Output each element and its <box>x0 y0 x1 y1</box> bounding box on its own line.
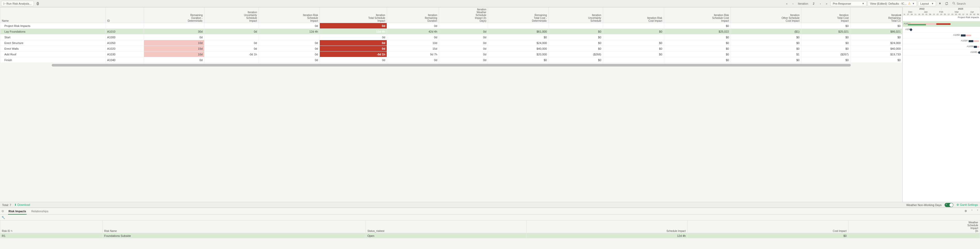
chevron-up-icon[interactable]: ˄ <box>971 209 973 213</box>
gantt-day-label: 26 <box>969 13 972 15</box>
gantt-bar[interactable] <box>961 34 966 37</box>
column-header[interactable]: Name <box>0 8 106 23</box>
response-dropdown[interactable]: Pre-Response ▼ <box>830 1 867 6</box>
column-header[interactable]: IterationRemainingDuration <box>387 8 439 23</box>
detail-column-header[interactable]: WeatherScheduleImpact(In <box>848 220 980 233</box>
column-header[interactable]: RemainingTotal Cost -Deterministic <box>488 8 549 23</box>
tab-relationships[interactable]: Relationships <box>31 208 49 214</box>
column-header[interactable]: IterationWeatherScheduleImpact (InDays) <box>439 8 488 23</box>
data-cell: 0d <box>320 57 387 63</box>
weather-toggle[interactable] <box>945 203 953 207</box>
data-cell <box>204 34 259 40</box>
search-input[interactable] <box>957 2 977 5</box>
next-page-icon[interactable]: › <box>818 1 823 6</box>
data-cell: 0d <box>320 40 387 46</box>
gantt-chart[interactable]: 20222023 DecJanFebMarApr N27041118250108… <box>902 7 980 202</box>
gantt-bar[interactable] <box>908 24 926 26</box>
horizontal-scrollbar[interactable] <box>52 64 851 67</box>
detail-column-header[interactable]: Cost Impact <box>687 220 848 233</box>
data-cell <box>144 23 204 29</box>
table-row[interactable]: Erect WallsA102015d0d0d0d15d0d$40,000$0$… <box>0 46 902 51</box>
column-header[interactable]: ID <box>105 8 144 23</box>
data-cell: $0 <box>603 46 664 51</box>
layout-dropdown[interactable]: Layout ▼ <box>918 1 936 6</box>
gantt-settings-link[interactable]: ⚙ Gantt Settings <box>956 203 978 207</box>
warning-icon: ⚠ <box>908 2 911 5</box>
tab-risk-impacts[interactable]: Risk Impacts <box>8 208 27 215</box>
first-page-icon[interactable]: « <box>784 1 790 6</box>
column-header[interactable]: Iteration RiskSchedule CostImpact <box>664 8 730 23</box>
gantt-day-label: 19 <box>965 13 969 15</box>
gantt-day-label: 05 <box>958 13 962 15</box>
column-header[interactable]: IterationUncertaintyScheduleImpact <box>204 8 259 23</box>
iteration-value[interactable]: 2 <box>810 2 817 5</box>
data-cell: 0d <box>204 40 259 46</box>
gantt-row[interactable]: A1020 <box>903 38 980 44</box>
gantt-day-label: 15 <box>932 13 936 15</box>
data-cell: $0 <box>549 29 603 34</box>
run-label: Run Risk Analysis... <box>6 2 32 5</box>
gantt-row[interactable] <box>903 16 980 21</box>
gantt-bar[interactable] <box>969 40 973 42</box>
data-cell: $40,000 <box>488 46 549 51</box>
risk-impact-grid[interactable]: Risk ID ⇅Risk NameStatus_risktestSchedul… <box>0 220 980 238</box>
print-icon[interactable] <box>35 1 41 6</box>
detail-column-header[interactable]: Risk ID ⇅ <box>0 220 103 233</box>
gear-icon[interactable]: ⚙ <box>964 209 967 213</box>
play-icon: ▷ <box>3 2 5 5</box>
gantt-row[interactable]: A1050 <box>903 33 980 38</box>
table-row[interactable]: Add RoofA103010d-0d 1h0d-0d 1h9d 7h0d$20… <box>0 51 902 57</box>
column-header[interactable]: Iteration RiskCost Impact <box>603 8 664 23</box>
gantt-row[interactable]: A1030 <box>903 44 980 50</box>
chevron-down-icon[interactable]: ˅ <box>977 209 978 213</box>
detail-column-header[interactable]: Schedule Impact <box>527 220 687 233</box>
column-header[interactable]: IterationOther ScheduleCost Impact <box>730 8 801 23</box>
table-row[interactable]: Lay FoundationsA101030d0d12d 4h12d 4h42d… <box>0 29 902 34</box>
column-header[interactable]: Iteration RiskScheduleImpact <box>259 8 320 23</box>
gantt-day-label: 12 <box>947 13 951 15</box>
gantt-row[interactable]: A1040 <box>903 50 980 55</box>
gantt-row[interactable]: A1010 <box>903 21 980 27</box>
data-cell <box>603 34 664 40</box>
table-row[interactable]: StartA10000d0d0d0d$0$0$0$0$0$0 <box>0 34 902 40</box>
gantt-bar[interactable] <box>936 23 951 25</box>
data-cell: $0 <box>730 34 801 40</box>
column-header[interactable]: IterationRemainingTotal Co <box>850 8 902 23</box>
gantt-day-label: 26 <box>954 13 958 15</box>
table-row[interactable]: R1 Foundations Subside Open 12d 4h $0 <box>0 233 980 238</box>
detail-column-header[interactable]: Status_risktest <box>366 220 527 233</box>
refresh-icon[interactable] <box>944 1 950 6</box>
milestone-diamond[interactable] <box>978 51 980 54</box>
data-cell: $0 <box>730 46 801 51</box>
search-box[interactable] <box>951 1 979 6</box>
gantt-row[interactable]: A1000 <box>903 27 980 33</box>
column-header[interactable]: IterationUncertaintySchedule <box>549 8 603 23</box>
pin-icon[interactable] <box>937 1 943 6</box>
column-header[interactable]: RemainingDuration -Deterministic <box>144 8 204 23</box>
data-cell: $0 <box>664 46 730 51</box>
data-cell <box>549 23 603 29</box>
gantt-year-label: 2023 <box>942 7 980 10</box>
last-page-icon[interactable]: » <box>824 1 829 6</box>
run-risk-analysis-button[interactable]: ▷ Run Risk Analysis... <box>1 1 34 6</box>
column-header[interactable]: IterationTotal ScheduleImpact <box>320 8 387 23</box>
table-row[interactable]: Erect StructureA105010d0d0d0d10d0d$24,00… <box>0 40 902 46</box>
table-row[interactable]: Project Risk Impacts0d0d0d$0$0$0 <box>0 23 902 29</box>
download-link[interactable]: ⬇ Download <box>14 203 30 207</box>
activity-grid[interactable]: NameIDRemainingDuration -DeterministicIt… <box>0 7 902 63</box>
data-cell: ($1) <box>730 29 801 34</box>
data-cell: 0d <box>259 51 320 57</box>
chevron-down-icon: ▼ <box>862 2 864 5</box>
name-cell: Finish <box>0 57 106 63</box>
data-cell: 30d <box>144 29 204 34</box>
wrench-icon[interactable]: 🔧 <box>2 216 5 219</box>
prev-page-icon[interactable]: ‹ <box>790 1 796 6</box>
column-header[interactable]: IterationTotal CostImpact <box>801 8 850 23</box>
gantt-day-label: 22 <box>936 13 939 15</box>
gantt-bar[interactable] <box>974 46 977 48</box>
view-dropdown[interactable]: View (Edited): Defaults - IC... ⚠ ▼ <box>867 1 917 6</box>
detail-column-header[interactable]: Risk Name <box>102 220 366 233</box>
data-cell: 15d <box>144 46 204 51</box>
table-row[interactable]: FinishA10400d0d0d0d0d$0$0$0$0$0$0 <box>0 57 902 63</box>
collapse-icon[interactable]: ⊙ <box>2 209 4 213</box>
